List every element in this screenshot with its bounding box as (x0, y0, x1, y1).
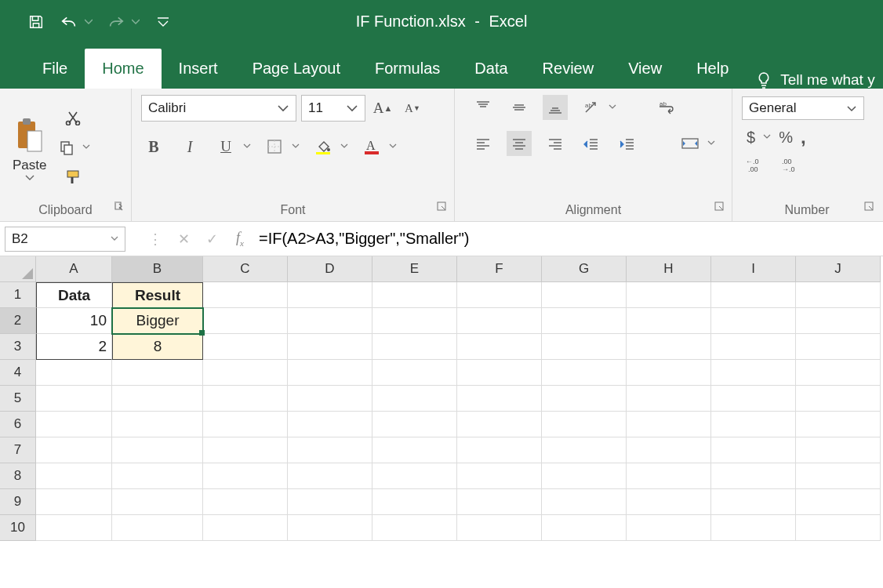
cell[interactable] (372, 489, 457, 515)
decrease-indent-button[interactable] (579, 131, 604, 156)
redo-button[interactable] (107, 13, 125, 31)
row-header[interactable]: 2 (0, 308, 36, 334)
increase-decimal-button[interactable]: ←.0.00 (745, 154, 767, 175)
decrease-font-button[interactable]: A▼ (400, 96, 425, 121)
cell[interactable] (627, 515, 711, 541)
cell[interactable] (36, 386, 112, 412)
cell[interactable] (711, 308, 796, 334)
cell[interactable] (627, 308, 711, 334)
undo-button[interactable] (60, 13, 78, 31)
cut-button[interactable] (62, 107, 84, 128)
comma-style-button[interactable]: , (801, 126, 806, 148)
cell[interactable] (796, 282, 881, 308)
number-format-select[interactable]: General (742, 96, 864, 120)
row-header[interactable]: 10 (0, 515, 36, 541)
cell[interactable] (542, 463, 627, 489)
cell[interactable] (36, 515, 112, 541)
name-box[interactable]: B2 (5, 227, 125, 252)
cell[interactable] (112, 437, 203, 463)
cell-B1[interactable]: Result (112, 282, 203, 308)
paste-button[interactable]: Paste (9, 114, 49, 181)
redo-caret-icon[interactable] (132, 18, 140, 26)
cell[interactable] (457, 334, 542, 360)
chevron-down-icon[interactable] (389, 143, 397, 150)
borders-button[interactable] (262, 134, 287, 159)
cell[interactable] (627, 412, 711, 437)
cell[interactable] (457, 463, 542, 489)
cell[interactable] (627, 463, 711, 489)
cell[interactable] (796, 489, 881, 515)
cell[interactable] (627, 386, 711, 412)
formula-input[interactable] (254, 227, 883, 252)
col-header[interactable]: E (372, 256, 457, 282)
undo-caret-icon[interactable] (85, 18, 93, 26)
cell[interactable] (288, 412, 372, 437)
cell[interactable] (203, 489, 288, 515)
align-top-button[interactable] (471, 95, 496, 120)
col-header[interactable]: C (203, 256, 288, 282)
cell[interactable] (711, 282, 796, 308)
fill-color-button[interactable] (311, 134, 336, 159)
cell[interactable] (796, 412, 881, 437)
row-header[interactable]: 6 (0, 412, 36, 437)
cell[interactable] (542, 308, 627, 334)
cell[interactable] (203, 437, 288, 463)
cell-B3[interactable]: 8 (112, 334, 203, 360)
tab-help[interactable]: Help (679, 49, 746, 89)
align-bottom-button[interactable] (543, 95, 568, 120)
cell[interactable] (203, 463, 288, 489)
col-header[interactable]: G (542, 256, 627, 282)
cell[interactable] (288, 515, 372, 541)
percent-button[interactable]: % (779, 129, 793, 147)
merge-center-button[interactable] (678, 131, 703, 156)
row-header[interactable]: 9 (0, 489, 36, 515)
cell[interactable] (203, 334, 288, 360)
increase-font-button[interactable]: A▲ (370, 96, 395, 121)
row-header[interactable]: 1 (0, 282, 36, 308)
font-color-button[interactable]: A (359, 134, 384, 159)
cell[interactable] (542, 334, 627, 360)
tab-review[interactable]: Review (525, 49, 612, 89)
tab-insert[interactable]: Insert (162, 49, 235, 89)
increase-indent-button[interactable] (615, 131, 640, 156)
cell[interactable] (203, 386, 288, 412)
cell[interactable] (372, 463, 457, 489)
wrap-text-button[interactable]: ab (654, 95, 679, 120)
cell[interactable] (457, 437, 542, 463)
tell-me[interactable]: Tell me what y (755, 71, 874, 89)
col-header[interactable]: J (796, 256, 881, 282)
chevron-down-icon[interactable] (82, 144, 90, 151)
cell[interactable] (627, 282, 711, 308)
cell[interactable] (36, 437, 112, 463)
row-header[interactable]: 7 (0, 437, 36, 463)
cancel-formula-button[interactable]: ✕ (169, 227, 198, 252)
italic-button[interactable]: I (177, 134, 202, 159)
cell[interactable] (457, 412, 542, 437)
cell[interactable] (542, 282, 627, 308)
cell[interactable] (627, 437, 711, 463)
cell[interactable] (203, 515, 288, 541)
orientation-button[interactable]: ab (579, 95, 604, 120)
col-header[interactable]: I (711, 256, 796, 282)
cell[interactable] (288, 437, 372, 463)
cell[interactable] (288, 463, 372, 489)
col-header[interactable]: H (627, 256, 711, 282)
cell[interactable] (372, 360, 457, 386)
font-launcher[interactable] (437, 201, 448, 212)
chevron-down-icon[interactable] (609, 104, 616, 111)
tab-data[interactable]: Data (457, 49, 525, 89)
chevron-down-icon[interactable] (707, 140, 715, 147)
cell[interactable] (711, 412, 796, 437)
alignment-launcher[interactable] (714, 201, 725, 212)
cell[interactable] (288, 334, 372, 360)
cell[interactable] (711, 437, 796, 463)
row-header[interactable]: 8 (0, 463, 36, 489)
cell[interactable] (711, 334, 796, 360)
cell[interactable] (711, 386, 796, 412)
col-header[interactable]: A (36, 256, 112, 282)
cell[interactable] (36, 360, 112, 386)
row-header[interactable]: 4 (0, 360, 36, 386)
col-header[interactable]: F (457, 256, 542, 282)
cell[interactable] (627, 360, 711, 386)
cell[interactable] (457, 515, 542, 541)
